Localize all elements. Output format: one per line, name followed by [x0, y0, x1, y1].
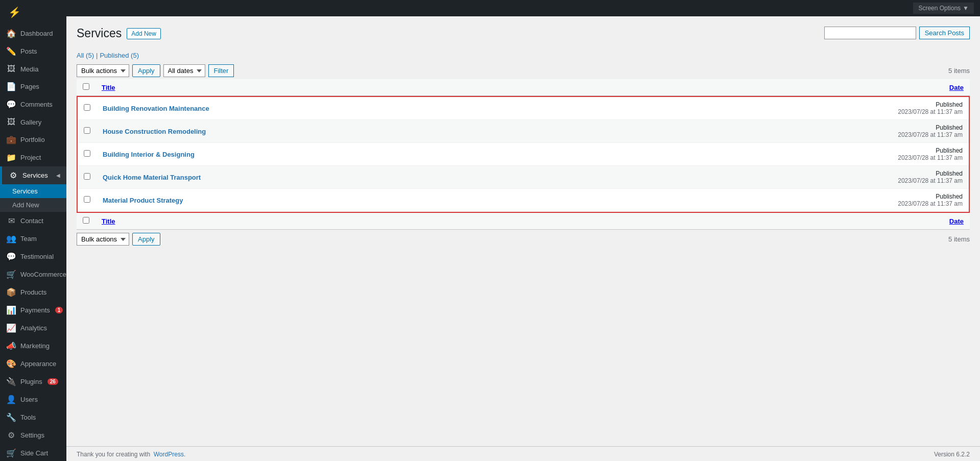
media-icon: 🖼	[6, 64, 16, 74]
sidebar-item-services[interactable]: ⚙ Services ◀	[0, 166, 66, 184]
red-border-section: Building Renovation Maintenance Publishe…	[77, 96, 970, 213]
row-title-cell: House Construction Remodeling	[97, 120, 626, 143]
filter-published-link[interactable]: Published (5)	[100, 52, 139, 59]
sidebar-item-project[interactable]: 📁 Project	[0, 149, 66, 166]
sidebar-item-label: Pages	[20, 83, 39, 90]
page-content: Services Add New Search Posts All (5) | …	[66, 16, 980, 446]
date-column-header: Date	[525, 79, 970, 96]
post-title-link[interactable]: Building Interior & Designing	[103, 151, 195, 158]
sidebar-item-media[interactable]: 🖼 Media	[0, 60, 66, 78]
dashboard-icon: 🏠	[6, 29, 16, 38]
sidebar-item-products[interactable]: 📦 Products	[0, 283, 66, 301]
products-icon: 📦	[6, 287, 16, 297]
sidebar-item-portfolio[interactable]: 💼 Portfolio	[0, 131, 66, 149]
date-time: 2023/07/28 at 11:37 am	[898, 200, 963, 207]
search-input[interactable]	[824, 27, 916, 39]
sidebar-item-users[interactable]: 👤 Users	[0, 391, 66, 408]
posts-table: Title Date	[77, 79, 970, 96]
project-icon: 📁	[6, 153, 16, 162]
sidebar-item-label: Marketing	[20, 342, 50, 350]
post-title-link[interactable]: Quick Home Material Transport	[103, 174, 201, 181]
sidebar-item-label: Tools	[20, 414, 36, 421]
plugins-badge: 26	[47, 378, 58, 385]
sidebar-item-label: Media	[20, 65, 38, 73]
sidebar-item-testimonial[interactable]: 💬 Testimonial	[0, 248, 66, 265]
sidebar-item-team[interactable]: 👥 Team	[0, 230, 66, 248]
sidebar-item-label: WooCommerce	[20, 271, 66, 278]
sidebar-item-posts[interactable]: ✏️ Posts	[0, 42, 66, 60]
select-all-top-checkbox[interactable]	[83, 83, 89, 90]
filter-all-link[interactable]: All (5)	[77, 52, 94, 59]
sidebar-item-tools[interactable]: 🔧 Tools	[0, 408, 66, 426]
row-checkbox[interactable]	[84, 196, 90, 203]
post-title-link[interactable]: House Construction Remodeling	[103, 128, 206, 135]
bottom-toolbar-left: Bulk actions Apply	[77, 233, 160, 246]
select-all-bottom-checkbox[interactable]	[83, 217, 89, 224]
search-posts-button[interactable]: Search Posts	[919, 27, 970, 39]
date-status: Published	[936, 124, 963, 131]
comments-icon: 💬	[6, 100, 16, 109]
title-sort-footer-link[interactable]: Title	[102, 217, 115, 225]
sidebar-subitem-add-new[interactable]: Add New	[0, 198, 66, 212]
all-dates-select[interactable]: All dates	[163, 64, 205, 77]
sidebar-logo: ⚡	[0, 0, 66, 25]
row-checkbox-cell	[78, 143, 97, 166]
sidebar-item-marketing[interactable]: 📣 Marketing	[0, 337, 66, 355]
row-checkbox[interactable]	[84, 104, 90, 111]
row-date-cell: Published 2023/07/28 at 11:37 am	[626, 166, 969, 189]
main-content: Screen Options ▼ Services Add New Search…	[66, 0, 980, 461]
sidecart-icon: 🛒	[6, 448, 16, 458]
sidebar-item-settings[interactable]: ⚙ Settings	[0, 426, 66, 444]
sidebar-item-label: Contact	[20, 217, 43, 225]
sidebar-item-payments[interactable]: 📊 Payments 1	[0, 301, 66, 319]
date-status: Published	[936, 101, 963, 108]
submenu-services-label: Services	[12, 187, 38, 195]
sidebar-item-label: Gallery	[20, 118, 41, 126]
date-sort-footer-link[interactable]: Date	[949, 217, 964, 225]
page-heading: Services Add New	[77, 27, 161, 40]
sidebar-item-woocommerce[interactable]: 🛒 WooCommerce	[0, 265, 66, 283]
sidebar-item-gallery[interactable]: 🖼 Gallery	[0, 113, 66, 131]
row-date-cell: Published 2023/07/28 at 11:37 am	[626, 189, 969, 212]
row-checkbox[interactable]	[84, 150, 90, 157]
date-status: Published	[936, 193, 963, 200]
apply-bottom-button[interactable]: Apply	[132, 233, 160, 246]
admin-topbar: Screen Options ▼	[66, 0, 980, 16]
filter-button[interactable]: Filter	[208, 64, 234, 77]
sidebar-item-appearance[interactable]: 🎨 Appearance	[0, 355, 66, 373]
tools-icon: 🔧	[6, 413, 16, 422]
sidebar-item-plugins[interactable]: 🔌 Plugins 26	[0, 373, 66, 391]
sidebar-item-dashboard[interactable]: 🏠 Dashboard	[0, 25, 66, 42]
bulk-actions-bottom-select[interactable]: Bulk actions	[77, 233, 129, 246]
sidebar-item-pages[interactable]: 📄 Pages	[0, 78, 66, 95]
sidebar-item-sidecart[interactable]: 🛒 Side Cart	[0, 444, 66, 461]
team-icon: 👥	[6, 234, 16, 244]
plugins-icon: 🔌	[6, 377, 16, 386]
apply-top-button[interactable]: Apply	[132, 64, 160, 77]
date-time: 2023/07/28 at 11:37 am	[898, 108, 963, 115]
screen-options-button[interactable]: Screen Options ▼	[913, 3, 974, 14]
screen-options-label: Screen Options	[918, 5, 961, 12]
table-row: Quick Home Material Transport Published …	[78, 166, 969, 189]
date-sort-link[interactable]: Date	[949, 84, 964, 91]
wordpress-link[interactable]: WordPress	[154, 451, 184, 458]
row-checkbox[interactable]	[84, 173, 90, 180]
post-title-link[interactable]: Building Renovation Maintenance	[103, 105, 209, 112]
table-footer-header-row: Title Date	[77, 213, 970, 230]
row-title-cell: Building Interior & Designing	[97, 143, 626, 166]
row-title-cell: Material Product Strategy	[97, 189, 626, 212]
date-status: Published	[936, 170, 963, 177]
row-checkbox[interactable]	[84, 127, 90, 134]
post-title-link[interactable]: Material Product Strategy	[103, 197, 183, 204]
add-new-button[interactable]: Add New	[127, 28, 161, 39]
table-row: House Construction Remodeling Published …	[78, 120, 969, 143]
title-sort-link[interactable]: Title	[102, 84, 115, 91]
sidebar-subitem-services[interactable]: Services	[0, 184, 66, 198]
services-submenu: Services Add New	[0, 184, 66, 212]
sidebar-item-analytics[interactable]: 📈 Analytics	[0, 319, 66, 337]
row-date-cell: Published 2023/07/28 at 11:37 am	[626, 143, 969, 166]
sidebar-item-label: Team	[20, 235, 37, 242]
sidebar-item-contact[interactable]: ✉ Contact	[0, 212, 66, 230]
bulk-actions-top-select[interactable]: Bulk actions	[77, 64, 129, 77]
sidebar-item-comments[interactable]: 💬 Comments	[0, 95, 66, 113]
